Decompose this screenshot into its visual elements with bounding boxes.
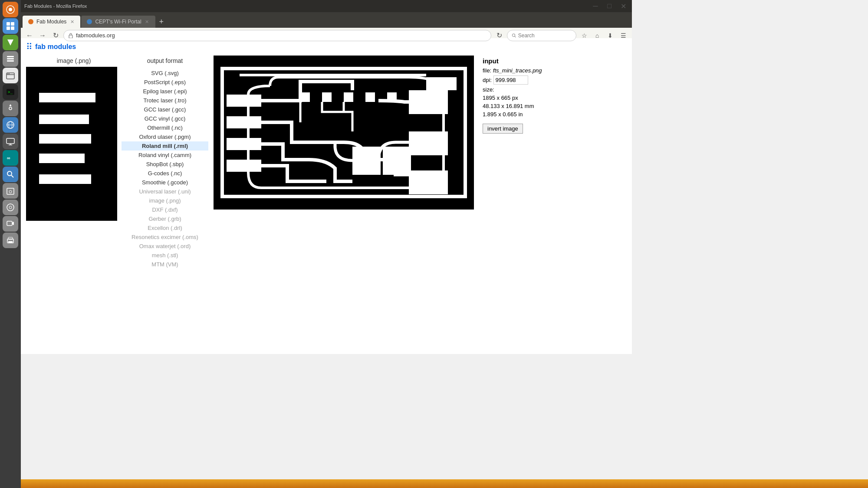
svg-rect-8	[7, 60, 14, 62]
svg-rect-3	[11, 22, 14, 26]
search-box[interactable]	[507, 30, 576, 41]
fab-logo-icon: ⠿	[26, 42, 33, 52]
svg-rect-36	[69, 35, 72, 38]
output-item-smoothie[interactable]: Smoothie (.gcode)	[122, 178, 208, 187]
svg-rect-40	[227, 95, 261, 107]
svg-rect-29	[7, 221, 12, 226]
output-item-omax: Omax waterjet (.ord)	[122, 242, 208, 251]
os-icon-1[interactable]	[3, 18, 18, 34]
pcb-large-preview[interactable]	[214, 56, 474, 210]
home-btn[interactable]: ⌂	[592, 30, 602, 41]
output-item-svg[interactable]: SVG (.svg)	[122, 69, 208, 78]
forward-button[interactable]: →	[37, 30, 48, 41]
os-icon-webcam[interactable]	[3, 216, 18, 232]
output-item-mtm: MTM (VM)	[122, 260, 208, 269]
os-icon-magnifier[interactable]	[3, 167, 18, 182]
output-item-roland-mill[interactable]: Roland mill (.rml)	[122, 141, 208, 151]
tab-wifi-portal[interactable]: CEPT's Wi-Fi Portal ✕	[81, 16, 155, 28]
dpi-input[interactable]	[493, 75, 528, 85]
svg-point-15	[9, 107, 12, 110]
os-icon-browser[interactable]	[3, 68, 18, 83]
os-icon-terminal[interactable]: >_	[3, 84, 18, 100]
output-item-roland-vinyl[interactable]: Roland vinyl (.camm)	[122, 151, 208, 160]
svg-rect-7	[7, 58, 14, 59]
input-dpi-line: dpi:	[483, 75, 542, 85]
page-reload-btn[interactable]: ↻	[494, 30, 504, 41]
os-icon-disk[interactable]	[3, 183, 18, 199]
os-icon-settings[interactable]	[3, 101, 18, 116]
invert-image-button[interactable]: invert image	[483, 124, 523, 134]
svg-point-27	[7, 204, 14, 211]
output-item-eps[interactable]: PostScript (.eps)	[122, 78, 208, 87]
url-bar[interactable]: fabmodules.org	[63, 30, 491, 41]
output-item-resonetics: Resonetics excimer (.oms)	[122, 233, 208, 242]
os-icon-3[interactable]	[3, 51, 18, 67]
new-tab-button[interactable]: +	[156, 16, 167, 27]
output-item-tro[interactable]: Trotec laser (.tro)	[122, 96, 208, 105]
svg-rect-6	[7, 56, 14, 57]
input-size-px: 1895 x 665 px	[483, 95, 542, 101]
svg-point-23	[7, 171, 12, 176]
tab-fab-modules[interactable]: Fab Modules ✕	[23, 16, 80, 28]
tab-favicon-2	[86, 19, 92, 25]
output-item-universal: Universal laser (.uni)	[122, 187, 208, 196]
output-item-epi[interactable]: Epilog laser (.epi)	[122, 87, 208, 96]
main-area: image (.png) output format SVG (.svg) Po…	[21, 56, 632, 276]
tab-label-2: CEPT's Wi-Fi Portal	[95, 19, 141, 25]
maximize-btn[interactable]: □	[604, 1, 615, 11]
file-label: file:	[483, 67, 491, 74]
svg-rect-4	[7, 26, 10, 30]
left-panel: image (.png) output format SVG (.svg) Po…	[26, 56, 208, 271]
image-preview[interactable]	[26, 67, 117, 221]
minimize-btn[interactable]: ─	[590, 1, 601, 11]
tab-close-2[interactable]: ✕	[144, 19, 150, 25]
output-item-excellon: Excellon (.drl)	[122, 223, 208, 233]
svg-rect-44	[409, 90, 448, 114]
menu-btn[interactable]: ☰	[618, 30, 628, 41]
tab-bar: Fab Modules ✕ CEPT's Wi-Fi Portal ✕ +	[21, 12, 632, 28]
output-item-shopbot[interactable]: ShopBot (.sbp)	[122, 160, 208, 169]
bookmark-star-btn[interactable]: ☆	[579, 30, 589, 41]
input-file-line: file: fts_mini_traces.png	[483, 67, 542, 74]
image-column: image (.png)	[26, 56, 122, 271]
os-icon-arduino[interactable]: ∞	[3, 150, 18, 166]
svg-rect-52	[365, 92, 375, 102]
search-icon	[512, 33, 516, 38]
os-icon-disk2[interactable]	[3, 200, 18, 215]
svg-rect-53	[387, 92, 397, 102]
tab-close-1[interactable]: ✕	[69, 19, 75, 25]
page-content: ⠿ fab modules image (.png) output format	[21, 38, 632, 354]
svg-rect-49	[300, 92, 310, 102]
svg-text:>_: >_	[8, 90, 13, 94]
title-bar: Fab Modules - Mozilla Firefox ─ □ ✕	[21, 0, 632, 12]
svg-point-35	[87, 19, 92, 24]
output-item-gcc-laser[interactable]: GCC laser (.gcc)	[122, 105, 208, 114]
fab-modules-link[interactable]: fab modules	[35, 43, 76, 51]
back-button[interactable]: ←	[24, 30, 35, 41]
svg-rect-41	[227, 116, 261, 128]
file-value: fts_mini_traces.png	[493, 67, 542, 74]
os-icon-network[interactable]	[3, 117, 18, 133]
lock-icon	[68, 33, 73, 38]
output-item-gcodes[interactable]: G-codes (.nc)	[122, 169, 208, 178]
output-format-column: output format SVG (.svg) PostScript (.ep…	[122, 56, 208, 271]
svg-rect-42	[227, 138, 261, 150]
svg-rect-51	[344, 92, 353, 102]
os-icon-2[interactable]	[3, 35, 18, 50]
os-icon-printer[interactable]	[3, 233, 18, 248]
close-btn[interactable]: ✕	[618, 1, 628, 11]
output-item-image-png: image (.png)	[122, 196, 208, 205]
output-item-oxford[interactable]: Oxford ulaser (.pgm)	[122, 132, 208, 141]
svg-rect-19	[7, 138, 14, 144]
search-input[interactable]	[518, 33, 572, 39]
os-icon-monitor[interactable]	[3, 134, 18, 149]
image-col-header: image (.png)	[26, 56, 122, 67]
os-icon-0[interactable]	[3, 2, 18, 17]
output-item-gerber: Gerber (.grb)	[122, 214, 208, 223]
output-item-othermill[interactable]: Othermill (.nc)	[122, 123, 208, 132]
download-btn[interactable]: ⬇	[605, 30, 615, 41]
input-title: input	[483, 57, 542, 65]
svg-rect-5	[11, 26, 14, 30]
reload-button[interactable]: ↻	[50, 30, 61, 41]
output-item-gcc-vinyl[interactable]: GCC vinyl (.gcc)	[122, 114, 208, 123]
